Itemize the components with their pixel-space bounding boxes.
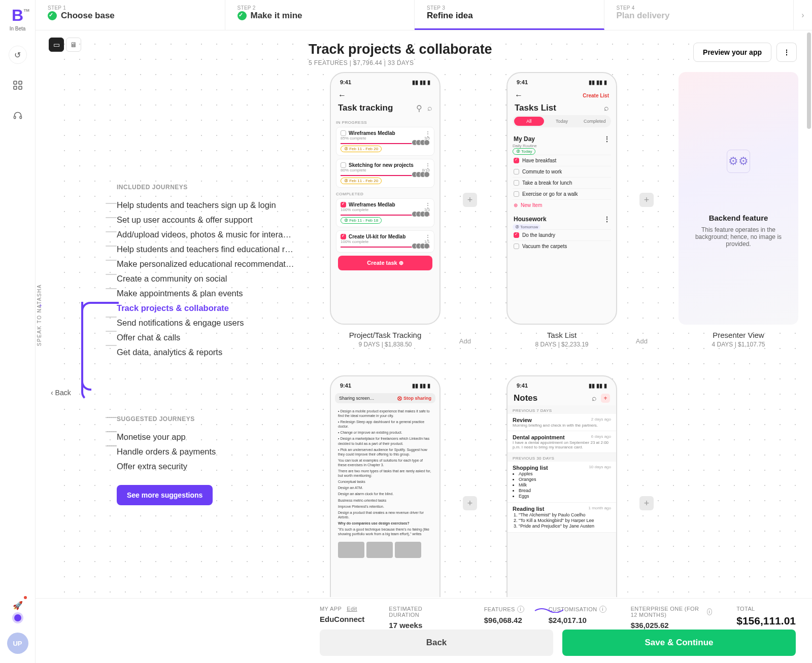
info-icon[interactable]: i [517, 606, 524, 613]
filter-icon: ⚲ [416, 103, 422, 113]
back-link[interactable]: ‹ Back [51, 389, 71, 397]
insert-card-icon[interactable]: + [463, 496, 477, 510]
svg-rect-5 [20, 116, 21, 119]
my-app-label: MY APP [320, 606, 342, 612]
journey-item[interactable]: Make appointments & plan events [117, 286, 294, 301]
search-icon: ⌕ [592, 394, 597, 403]
journey-item[interactable]: Help students and teachers sign up & log… [117, 198, 294, 213]
speak-to-natasha-tab[interactable]: SPEAK TO NATASHA [37, 284, 42, 346]
journey-item[interactable]: Get data, analytics & reports [117, 345, 294, 360]
scrollbar[interactable] [807, 32, 811, 129]
journey-item[interactable]: Make personalized educational recommenda… [117, 257, 294, 271]
backend-placeholder: ⚙⚙ Backend feature This feature operates… [679, 72, 798, 325]
signal-icon: ▮▮ ▮▮ ▮ [412, 79, 430, 86]
svg-rect-2 [14, 86, 17, 89]
save-continue-button[interactable]: Save & Continue [562, 630, 796, 656]
add-feature-link[interactable]: Add [636, 337, 648, 345]
step-plan-delivery[interactable]: STEP 4 Plan delivery [604, 0, 794, 30]
info-icon[interactable]: i [707, 608, 712, 615]
back-icon: ← [515, 91, 523, 100]
card-notes[interactable]: 9:41▮▮ ▮▮ ▮ Notes ⌕+ PREVIOUS 7 DAYS Rev… [487, 375, 636, 597]
kebab-icon: ⋮ [604, 216, 610, 223]
journey-item[interactable]: Add/upload videos, photos & music for in… [117, 227, 294, 242]
feature-cards-grid: 9:41▮▮ ▮▮ ▮ ← Task tracking ⚲⌕ IN PROGRE… [311, 72, 806, 597]
status-dot-icon[interactable] [14, 614, 21, 621]
create-task-button: Create task ⊕ [338, 256, 432, 270]
kebab-icon: ⋮ [604, 135, 610, 143]
undo-icon[interactable]: ↺ [9, 46, 27, 64]
add-feature-link[interactable]: Add [459, 337, 471, 345]
logo[interactable]: BTM [12, 6, 23, 25]
included-journeys-label: INCLUDED JOURNEYS [117, 184, 304, 191]
main-canvas: Track projects & collaborate 5 FEATURES … [51, 30, 806, 597]
edit-app-name-link[interactable]: Edit [347, 606, 357, 612]
card-presenter-view[interactable]: ⚙⚙ Backend feature This feature operates… [664, 72, 806, 348]
svg-rect-1 [19, 81, 22, 84]
features-label: FEATURES [484, 606, 515, 612]
journeys-panel: INCLUDED JOURNEYS Help students and teac… [117, 184, 304, 505]
avatar[interactable]: UP [7, 633, 28, 654]
total-label: TOTAL [736, 606, 796, 612]
signal-icon: ▮▮ ▮▮ ▮ [589, 382, 607, 389]
app-name: EduConnect [320, 615, 364, 623]
insert-card-icon[interactable]: + [463, 193, 477, 207]
svg-rect-0 [14, 81, 17, 84]
gear-icon: ⚙⚙ [727, 150, 750, 173]
info-icon[interactable]: i [599, 606, 606, 613]
customisation-cost: $24,017.10 [549, 616, 606, 624]
add-note-icon: + [601, 394, 610, 403]
steps-next-icon[interactable]: › [794, 0, 812, 30]
journey-suggested-item[interactable]: Offer extra security [117, 459, 294, 474]
phone-preview: 9:41▮▮ ▮▮ ▮ ← Task tracking ⚲⌕ IN PROGRE… [330, 72, 441, 325]
duration-label: ESTIMATED DURATION [389, 606, 435, 618]
insert-card-icon[interactable]: + [639, 193, 654, 207]
card-task-list[interactable]: 9:41▮▮ ▮▮ ▮ ← Create List Tasks List ⌕ A… [487, 72, 636, 348]
phone-preview: 9:41▮▮ ▮▮ ▮ ← Create List Tasks List ⌕ A… [506, 72, 617, 325]
svg-rect-3 [19, 86, 22, 89]
card-task-tracking[interactable]: 9:41▮▮ ▮▮ ▮ ← Task tracking ⚲⌕ IN PROGRE… [311, 72, 460, 348]
step-make-it-mine[interactable]: STEP 2 Make it mine [225, 0, 415, 30]
enterprise-label: ENTERPRISE ONE (FOR 12 MONTHS) [631, 606, 705, 618]
see-more-suggestions-button[interactable]: See more suggestions [117, 485, 213, 505]
search-icon: ⌕ [427, 103, 432, 113]
total-cost: $156,111.01 [736, 615, 796, 627]
journey-item[interactable]: Help students and teachers find educatio… [117, 242, 294, 257]
journey-suggested-item[interactable]: Monetise your app [117, 430, 294, 444]
price-squiggle-icon [534, 606, 564, 610]
back-icon: ← [338, 91, 346, 100]
phone-preview: 9:41▮▮ ▮▮ ▮ Notes ⌕+ PREVIOUS 7 DAYS Rev… [506, 375, 617, 597]
back-button[interactable]: Back [320, 630, 553, 656]
svg-rect-4 [14, 116, 15, 119]
duration-value: 17 weeks [389, 621, 435, 630]
journey-item[interactable]: Track projects & collaborate [117, 301, 294, 316]
phone-preview: 9:41▮▮ ▮▮ ▮ Sharing screen…⨂ Stop sharin… [330, 375, 441, 597]
step-choose-base[interactable]: STEP 1 Choose base [36, 0, 225, 30]
journey-suggested-item[interactable]: Handle orders & payments [117, 444, 294, 459]
journey-item[interactable]: Create a community on social [117, 271, 294, 286]
steps-bar: STEP 1 Choose base STEP 2 Make it mine S… [36, 0, 812, 30]
signal-icon: ▮▮ ▮▮ ▮ [589, 79, 607, 86]
signal-icon: ▮▮ ▮▮ ▮ [412, 382, 430, 389]
insert-card-icon[interactable]: + [639, 496, 654, 510]
card-sharing-screen[interactable]: 9:41▮▮ ▮▮ ▮ Sharing screen…⨂ Stop sharin… [311, 375, 460, 597]
journey-item[interactable]: Offer chat & calls [117, 330, 294, 345]
suggested-journeys-label: SUGGESTED JOURNEYS [117, 415, 304, 423]
journey-item[interactable]: Send notifications & engage users [117, 316, 294, 330]
summary-footer: MY APPEdit EduConnect ESTIMATED DURATION… [36, 598, 812, 663]
apps-grid-icon[interactable] [9, 76, 27, 94]
rocket-icon[interactable]: 🚀 [9, 596, 27, 614]
enterprise-cost: $36,025.62 [631, 621, 713, 630]
preview-app-button[interactable]: Preview your app [693, 43, 771, 62]
features-cost: $96,068.42 [484, 616, 524, 624]
headset-icon[interactable] [9, 107, 27, 125]
step-refine-idea[interactable]: STEP 3 Refine idea [415, 0, 604, 30]
journey-item[interactable]: Set up user accounts & offer support [117, 213, 294, 227]
beta-label: In Beta [10, 26, 26, 31]
left-sidebar: BTM In Beta ↺ 🚀 UP [0, 0, 36, 663]
speak-expand-icon[interactable]: › [40, 302, 42, 309]
search-icon: ⌕ [604, 103, 609, 113]
more-menu-icon[interactable]: ⋮ [776, 43, 797, 62]
